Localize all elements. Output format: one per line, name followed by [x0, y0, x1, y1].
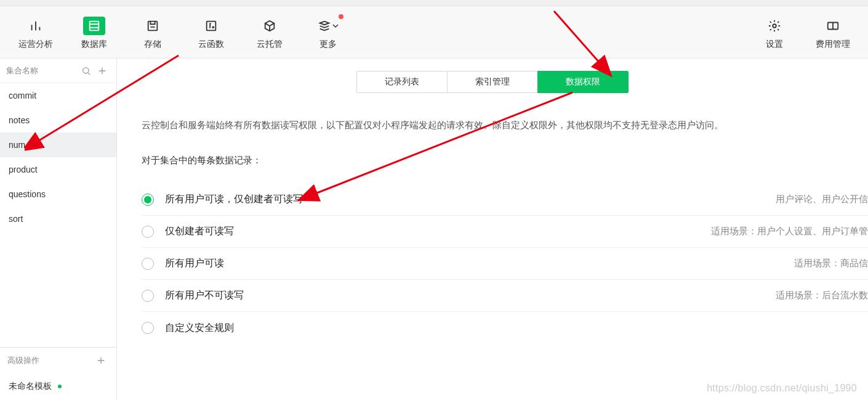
- collection-item-num[interactable]: num: [0, 133, 116, 157]
- permission-option-5[interactable]: 自定义安全规则: [142, 312, 868, 344]
- gear-icon: [763, 17, 786, 35]
- permission-description: 云控制台和服务端始终有所有数据读写权限，以下配置仅对小程序端发起的请求有效。除自…: [142, 118, 868, 133]
- nav-label: 数据库: [81, 39, 107, 50]
- sidebar-advanced-section[interactable]: 高级操作: [0, 347, 116, 373]
- notification-dot-icon: [339, 14, 344, 19]
- radio-icon[interactable]: [142, 194, 154, 206]
- sidebar-header: 集合名称: [0, 59, 116, 83]
- collection-label: questions: [9, 189, 46, 199]
- collection-label: sort: [9, 214, 23, 224]
- nav-item-cloud-hosting[interactable]: 云托管: [240, 12, 299, 55]
- nav-item-settings[interactable]: 设置: [745, 12, 803, 55]
- nav-item-database[interactable]: 数据库: [65, 12, 123, 55]
- collection-list: commit notes num product questions sort: [0, 83, 116, 231]
- sidebar-template-item[interactable]: 未命名模板: [0, 373, 116, 400]
- collection-label: product: [9, 165, 38, 174]
- function-icon: [200, 17, 222, 35]
- nav-label: 设置: [766, 39, 783, 50]
- collection-item-commit[interactable]: commit: [0, 83, 116, 108]
- collection-label: num: [9, 140, 25, 150]
- radio-icon[interactable]: [142, 258, 154, 270]
- svg-rect-0: [89, 22, 98, 31]
- tab-index[interactable]: 索引管理: [447, 71, 538, 93]
- top-navbar: 运营分析 数据库 存储: [0, 6, 868, 59]
- permission-option-1[interactable]: 所有用户可读，仅创建者可读写 用户评论、用户公开信: [142, 184, 868, 216]
- tab-label: 索引管理: [475, 76, 510, 88]
- sidebar-template-label: 未命名模板: [9, 381, 52, 392]
- title-bar-strip: [0, 0, 868, 6]
- search-icon[interactable]: [78, 63, 94, 79]
- bar-chart-icon: [25, 17, 47, 35]
- status-dot-icon: [58, 385, 62, 388]
- nav-label: 存储: [144, 39, 161, 50]
- nav-item-storage[interactable]: 存储: [123, 12, 182, 55]
- option-label: 自定义安全规则: [165, 322, 868, 335]
- tab-records[interactable]: 记录列表: [356, 71, 448, 93]
- collection-item-notes[interactable]: notes: [0, 108, 116, 133]
- nav-label: 运营分析: [18, 39, 53, 50]
- option-label: 仅创建者可读写: [165, 225, 711, 238]
- collection-label: notes: [9, 115, 30, 125]
- option-hint: 适用场景：后台流水数: [776, 290, 868, 301]
- svg-rect-2: [206, 22, 215, 31]
- collection-item-questions[interactable]: questions: [0, 182, 116, 206]
- nav-label: 费用管理: [816, 39, 850, 50]
- permission-option-4[interactable]: 所有用户不可读写 适用场景：后台流水数: [142, 280, 868, 312]
- collection-label: commit: [9, 91, 36, 100]
- radio-icon[interactable]: [142, 226, 154, 238]
- sidebar-header-label: 集合名称: [6, 65, 78, 76]
- radio-icon[interactable]: [142, 322, 154, 334]
- tab-label: 数据权限: [566, 76, 600, 88]
- tabs: 记录列表 索引管理 数据权限: [117, 71, 868, 93]
- top-navbar-right: 设置 费用管理: [745, 9, 862, 55]
- permission-option-3[interactable]: 所有用户可读 适用场景：商品信: [142, 248, 868, 280]
- cube-icon: [259, 17, 281, 35]
- layers-icon: [317, 17, 339, 35]
- permission-option-2[interactable]: 仅创建者可读写 适用场景：用户个人设置、用户订单管: [142, 216, 868, 248]
- save-icon: [142, 17, 164, 35]
- sidebar-advanced-label: 高级操作: [7, 355, 93, 366]
- collection-item-sort[interactable]: sort: [0, 206, 116, 231]
- plus-icon[interactable]: [94, 63, 110, 79]
- svg-point-3: [773, 24, 776, 28]
- option-hint: 适用场景：商品信: [794, 258, 868, 269]
- caret-down-icon: [332, 23, 339, 29]
- nav-label: 云函数: [198, 39, 224, 50]
- collection-item-product[interactable]: product: [0, 157, 116, 182]
- option-label: 所有用户不可读写: [165, 289, 776, 302]
- radio-icon[interactable]: [142, 290, 154, 302]
- option-label: 所有用户可读: [165, 257, 794, 270]
- svg-point-5: [83, 67, 89, 73]
- sidebar: 集合名称 commit notes num product questions …: [0, 59, 117, 400]
- tab-permissions[interactable]: 数据权限: [537, 71, 629, 93]
- option-label: 所有用户可读，仅创建者可读写: [165, 193, 776, 206]
- tab-label: 记录列表: [385, 76, 419, 88]
- option-hint: 适用场景：用户个人设置、用户订单管: [711, 226, 868, 237]
- content-area: 记录列表 索引管理 数据权限 云控制台和服务端始终有所有数据读写权限，以下配置仅…: [117, 59, 868, 400]
- plus-icon[interactable]: [93, 353, 109, 369]
- permission-subhead: 对于集合中的每条数据记录：: [142, 155, 868, 166]
- database-icon: [83, 17, 105, 35]
- nav-label: 更多: [319, 39, 337, 50]
- nav-item-cloud-functions[interactable]: 云函数: [182, 12, 240, 55]
- top-navbar-inner: 运营分析 数据库 存储: [6, 6, 862, 59]
- sidebar-gap: [0, 231, 116, 347]
- content-inner: 云控制台和服务端始终有所有数据读写权限，以下配置仅对小程序端发起的请求有效。除自…: [117, 118, 868, 344]
- option-hint: 用户评论、用户公开信: [776, 194, 868, 205]
- main-layout: 集合名称 commit notes num product questions …: [0, 59, 868, 400]
- billing-icon: [822, 17, 844, 35]
- nav-item-billing[interactable]: 费用管理: [803, 12, 862, 55]
- nav-item-analytics[interactable]: 运营分析: [6, 12, 65, 55]
- nav-item-more[interactable]: 更多: [299, 12, 357, 55]
- svg-rect-1: [148, 22, 157, 31]
- nav-label: 云托管: [257, 39, 283, 50]
